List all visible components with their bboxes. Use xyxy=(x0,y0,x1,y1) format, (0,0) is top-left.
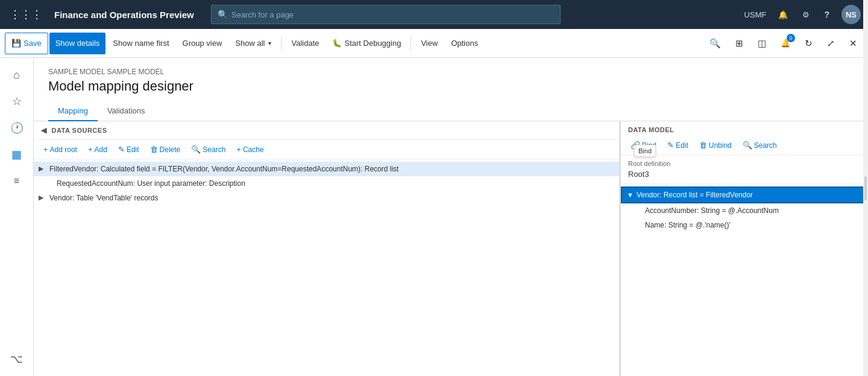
page-header: SAMPLE MODEL SAMPLE MODEL Model mapping … xyxy=(34,58,868,121)
datasources-panel: ◀ DATA SOURCES + Add root + Add ✎ Edit xyxy=(34,121,621,376)
show-all-caret-icon: ▾ xyxy=(268,40,271,46)
dm-search-button[interactable]: 🔍 Search xyxy=(738,138,782,152)
options-button[interactable]: Options xyxy=(445,33,484,54)
datamodel-tree: ▼ Vendor: Record list = FilteredVendor A… xyxy=(621,184,868,376)
delete-button[interactable]: 🗑 Delete xyxy=(145,142,186,156)
accountnumber-toggle-icon xyxy=(635,207,645,214)
add-button[interactable]: + Add xyxy=(83,142,112,156)
validate-button[interactable]: Validate xyxy=(285,33,325,54)
root-definition-area: Root definition Root3 xyxy=(621,155,868,184)
save-button[interactable]: 💾 Save xyxy=(5,33,48,54)
page-title: Model mapping designer xyxy=(48,78,854,94)
app-title: Finance and Operations Preview xyxy=(54,10,194,20)
left-sidebar: ⌂ ☆ 🕐 ▦ ≡ ⌥ xyxy=(0,58,34,376)
tree-item-vendor[interactable]: ▶ Vendor: Table 'VendTable' records xyxy=(34,191,619,205)
add-root-button[interactable]: + Add root xyxy=(39,142,82,156)
start-debugging-button[interactable]: 🐛 Start Debugging xyxy=(326,33,407,54)
tab-validations[interactable]: Validations xyxy=(98,101,155,121)
sidebar-item-favorites[interactable]: ☆ xyxy=(5,89,29,113)
root-definition-value: Root3 xyxy=(628,170,861,179)
dm-edit-button[interactable]: ✎ Edit xyxy=(662,138,693,152)
main-layout: ⌂ ☆ 🕐 ▦ ≡ ⌥ SAMPLE MODEL SAMPLE MODEL Mo… xyxy=(0,58,868,376)
breadcrumb: SAMPLE MODEL SAMPLE MODEL xyxy=(48,68,854,76)
notification-count: 0 xyxy=(787,34,795,42)
top-navbar: ⋮⋮⋮ Finance and Operations Preview 🔍 USM… xyxy=(0,0,868,29)
top-nav-right: USMF 🔔 ⚙ ? NS xyxy=(744,5,861,24)
toolbar-divider-1 xyxy=(281,36,281,51)
close-icon[interactable]: ✕ xyxy=(843,33,863,54)
datamodel-header: DATA MODEL xyxy=(621,121,868,136)
root-definition-label: Root definition xyxy=(628,160,861,167)
cache-icon: + xyxy=(236,145,241,154)
toolbar-connect-icon[interactable]: ⊞ xyxy=(729,33,749,54)
show-name-first-button[interactable]: Show name first xyxy=(107,33,175,54)
add-root-icon: + xyxy=(43,145,48,154)
name-toggle-icon xyxy=(635,221,645,229)
cache-button[interactable]: + Cache xyxy=(231,142,268,156)
toolbar-divider-2 xyxy=(410,36,411,51)
show-details-button[interactable]: Show details xyxy=(49,33,106,54)
search-button[interactable]: 🔍 Search xyxy=(186,142,230,156)
content-area: SAMPLE MODEL SAMPLE MODEL Model mapping … xyxy=(34,58,868,376)
settings-icon[interactable]: ⚙ xyxy=(800,8,812,22)
debug-icon: 🐛 xyxy=(332,39,342,48)
search-input[interactable] xyxy=(231,10,554,19)
toolbar-layout-icon[interactable]: ◫ xyxy=(752,33,772,54)
help-icon[interactable]: ? xyxy=(822,7,832,22)
panel-toggle-icon[interactable]: ◀ xyxy=(41,126,47,135)
env-label: USMF xyxy=(744,10,767,19)
show-all-button[interactable]: Show all ▾ xyxy=(229,33,277,54)
avatar[interactable]: NS xyxy=(841,5,861,24)
notification-badge-button[interactable]: 🔔 0 xyxy=(775,33,796,54)
bind-button[interactable]: 🔗 Bind xyxy=(626,138,661,152)
grid-menu-icon[interactable]: ⋮⋮⋮ xyxy=(7,5,45,24)
tabs: Mapping Validations xyxy=(48,101,854,121)
toolbar: 💾 Save Show details Show name first Grou… xyxy=(0,29,868,58)
global-search-bar[interactable]: 🔍 xyxy=(211,5,561,24)
toolbar-search-icon[interactable]: 🔍 xyxy=(703,33,727,54)
datamodel-panel: DATA MODEL 🔗 Bind ✎ Edit 🗑 Unbind xyxy=(621,121,868,376)
datamodel-toolbar: 🔗 Bind ✎ Edit 🗑 Unbind 🔍 Search xyxy=(621,136,868,155)
bind-icon: 🔗 xyxy=(631,141,640,150)
notification-icon[interactable]: 🔔 xyxy=(776,8,790,22)
view-button[interactable]: View xyxy=(415,33,444,54)
datasources-panel-header: ◀ DATA SOURCES xyxy=(34,121,619,140)
designer-area: ◀ DATA SOURCES + Add root + Add ✎ Edit xyxy=(34,121,868,376)
save-icon: 💾 xyxy=(11,39,21,48)
sidebar-filter-icon[interactable]: ⌥ xyxy=(5,347,29,371)
open-in-new-icon[interactable]: ⤢ xyxy=(821,33,841,54)
sidebar-item-home[interactable]: ⌂ xyxy=(5,63,29,87)
search-icon: 🔍 xyxy=(218,10,228,19)
dm-search-icon: 🔍 xyxy=(743,141,752,150)
tab-mapping[interactable]: Mapping xyxy=(48,101,98,121)
group-view-button[interactable]: Group view xyxy=(177,33,228,54)
tree-item-requestedaccountnum[interactable]: RequestedAccountNum: User input paramete… xyxy=(34,176,619,191)
datasources-toolbar: + Add root + Add ✎ Edit 🗑 Delete xyxy=(34,140,619,159)
datasources-tree: ▶ FilteredVendor: Calculated field = FIL… xyxy=(34,159,619,376)
filteredvendor-toggle-icon[interactable]: ▶ xyxy=(39,165,48,173)
sidebar-item-recent[interactable]: 🕐 xyxy=(5,116,29,140)
dm-item-accountnumber[interactable]: AccountNumber: String = @.AccountNum xyxy=(621,203,868,218)
sidebar-item-workspaces[interactable]: ▦ xyxy=(5,142,29,167)
dm-item-name[interactable]: Name: String = @.'name()' xyxy=(621,218,868,232)
refresh-icon[interactable]: ↻ xyxy=(799,33,819,54)
unbind-button[interactable]: 🗑 Unbind xyxy=(694,138,737,152)
dm-item-vendor[interactable]: ▼ Vendor: Record list = FilteredVendor xyxy=(621,186,868,203)
edit-icon: ✎ xyxy=(118,145,125,154)
edit-button[interactable]: ✎ Edit xyxy=(113,142,144,156)
requestedaccountnum-toggle-icon xyxy=(46,179,55,186)
vendor-dm-toggle-icon[interactable]: ▼ xyxy=(627,191,637,199)
search-icon: 🔍 xyxy=(191,145,201,154)
delete-icon: 🗑 xyxy=(150,145,158,154)
sidebar-item-modules[interactable]: ≡ xyxy=(5,169,29,193)
add-icon: + xyxy=(88,145,93,154)
dm-edit-icon: ✎ xyxy=(667,141,674,150)
tree-item-filteredvendor[interactable]: ▶ FilteredVendor: Calculated field = FIL… xyxy=(34,162,619,176)
unbind-icon: 🗑 xyxy=(699,141,707,150)
vendor-toggle-icon[interactable]: ▶ xyxy=(39,194,48,202)
